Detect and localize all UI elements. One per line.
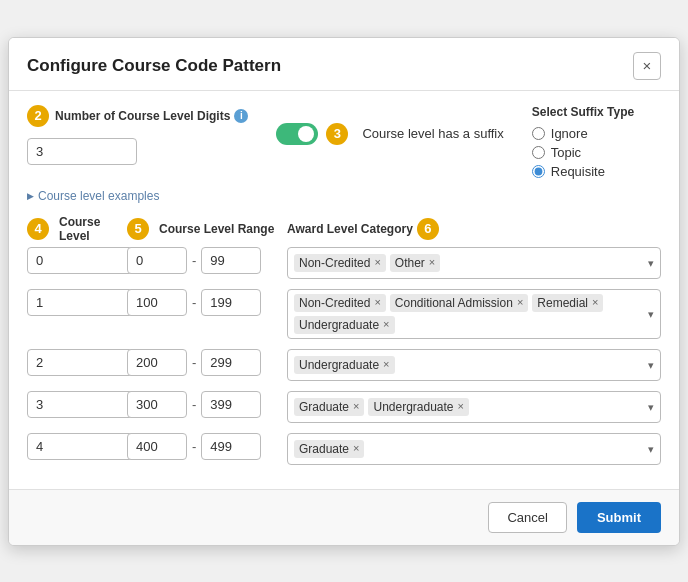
award-tag-label: Undergraduate	[373, 400, 453, 414]
range-from-input[interactable]	[127, 247, 187, 274]
col-header-level: 4 Course Level	[27, 215, 117, 243]
range-from-input[interactable]	[127, 433, 187, 460]
award-tag: Conditional Admission×	[390, 294, 529, 312]
award-tag-label: Graduate	[299, 442, 349, 456]
range-cell: -	[127, 349, 277, 376]
award-tag: Undergraduate×	[294, 316, 395, 334]
award-tag-remove[interactable]: ×	[353, 401, 359, 412]
table-row: -Graduate×▾	[27, 433, 661, 465]
modal-header: Configure Course Code Pattern ×	[9, 38, 679, 91]
award-dropdown-arrow: ▾	[648, 358, 654, 371]
digits-input[interactable]	[27, 138, 137, 165]
top-section: 2 Number of Course Level Digits i	[27, 105, 661, 179]
toggle-knob	[298, 126, 314, 142]
award-tag-remove[interactable]: ×	[353, 443, 359, 454]
award-tag-remove[interactable]: ×	[383, 319, 389, 330]
award-tag-label: Non-Credited	[299, 256, 370, 270]
award-tag: Non-Credited×	[294, 254, 386, 272]
step5-badge: 5	[127, 218, 149, 240]
toggle-label: Course level has a suffix	[362, 126, 503, 141]
award-tag-remove[interactable]: ×	[429, 257, 435, 268]
range-to-input[interactable]	[201, 391, 261, 418]
modal-title: Configure Course Code Pattern	[27, 56, 281, 76]
toggle-switch[interactable]	[276, 123, 318, 145]
award-tag: Other×	[390, 254, 440, 272]
step3-badge: 3	[326, 123, 348, 145]
suffix-option-topic[interactable]: Topic	[532, 145, 634, 160]
table-row: -Non-Credited×Other×▾	[27, 247, 661, 279]
award-tag-remove[interactable]: ×	[458, 401, 464, 412]
toggle-row: 3 Course level has a suffix	[276, 123, 503, 145]
range-separator: -	[192, 253, 196, 268]
level-cell	[27, 247, 117, 274]
award-tag-label: Graduate	[299, 400, 349, 414]
award-cell[interactable]: Undergraduate×▾	[287, 349, 661, 381]
award-tag-remove[interactable]: ×	[374, 257, 380, 268]
level-cell	[27, 289, 117, 316]
range-separator: -	[192, 397, 196, 412]
award-cell[interactable]: Non-Credited×Other×▾	[287, 247, 661, 279]
level-input[interactable]	[27, 349, 137, 376]
level-input[interactable]	[27, 433, 137, 460]
step4-badge: 4	[27, 218, 49, 240]
suffix-option-ignore[interactable]: Ignore	[532, 126, 634, 141]
range-from-input[interactable]	[127, 391, 187, 418]
course-level-examples[interactable]: Course level examples	[27, 189, 661, 203]
range-from-input[interactable]	[127, 349, 187, 376]
col-header-award: Award Level Category 6	[287, 215, 661, 243]
award-tag: Graduate×	[294, 440, 364, 458]
award-tag: Non-Credited×	[294, 294, 386, 312]
range-to-input[interactable]	[201, 289, 261, 316]
table-rows-container: -Non-Credited×Other×▾-Non-Credited×Condi…	[27, 247, 661, 465]
range-to-input[interactable]	[201, 247, 261, 274]
award-cell[interactable]: Non-Credited×Conditional Admission×Remed…	[287, 289, 661, 339]
award-tag: Remedial×	[532, 294, 603, 312]
award-tag-remove[interactable]: ×	[592, 297, 598, 308]
award-tag-remove[interactable]: ×	[374, 297, 380, 308]
range-from-input[interactable]	[127, 289, 187, 316]
submit-button[interactable]: Submit	[577, 502, 661, 533]
level-input[interactable]	[27, 289, 137, 316]
digits-group: 2 Number of Course Level Digits i	[27, 105, 248, 165]
modal: Configure Course Code Pattern × 2 Number…	[8, 37, 680, 546]
award-tag-label: Undergraduate	[299, 358, 379, 372]
award-tag-label: Undergraduate	[299, 318, 379, 332]
range-cell: -	[127, 433, 277, 460]
range-separator: -	[192, 355, 196, 370]
range-separator: -	[192, 295, 196, 310]
award-tag-remove[interactable]: ×	[517, 297, 523, 308]
digits-label-row: 2 Number of Course Level Digits i	[27, 105, 248, 127]
cancel-button[interactable]: Cancel	[488, 502, 566, 533]
range-separator: -	[192, 439, 196, 454]
range-cell: -	[127, 289, 277, 316]
level-cell	[27, 349, 117, 376]
step2-badge: 2	[27, 105, 49, 127]
level-cell	[27, 391, 117, 418]
level-input[interactable]	[27, 391, 137, 418]
level-cell	[27, 433, 117, 460]
range-to-input[interactable]	[201, 349, 261, 376]
step6-badge: 6	[417, 218, 439, 240]
suffix-group: Select Suffix Type Ignore Topic Requisit…	[532, 105, 634, 179]
award-tag-remove[interactable]: ×	[383, 359, 389, 370]
modal-overlay: Configure Course Code Pattern × 2 Number…	[0, 0, 688, 582]
award-dropdown-arrow: ▾	[648, 307, 654, 320]
award-tag-label: Remedial	[537, 296, 588, 310]
range-cell: -	[127, 247, 277, 274]
level-input[interactable]	[27, 247, 137, 274]
table-row: -Undergraduate×▾	[27, 349, 661, 381]
award-tag: Undergraduate×	[294, 356, 395, 374]
modal-body: 2 Number of Course Level Digits i	[9, 91, 679, 489]
suffix-option-requisite[interactable]: Requisite	[532, 164, 634, 179]
award-tag: Undergraduate×	[368, 398, 469, 416]
award-cell[interactable]: Graduate×▾	[287, 433, 661, 465]
award-dropdown-arrow: ▾	[648, 256, 654, 269]
close-button[interactable]: ×	[633, 52, 661, 80]
range-to-input[interactable]	[201, 433, 261, 460]
info-icon[interactable]: i	[234, 109, 248, 123]
suffix-title: Select Suffix Type	[532, 105, 634, 119]
award-cell[interactable]: Graduate×Undergraduate×▾	[287, 391, 661, 423]
award-tag-label: Conditional Admission	[395, 296, 513, 310]
table-header: 4 Course Level 5 Course Level Range Awar…	[27, 215, 661, 243]
award-tag: Graduate×	[294, 398, 364, 416]
